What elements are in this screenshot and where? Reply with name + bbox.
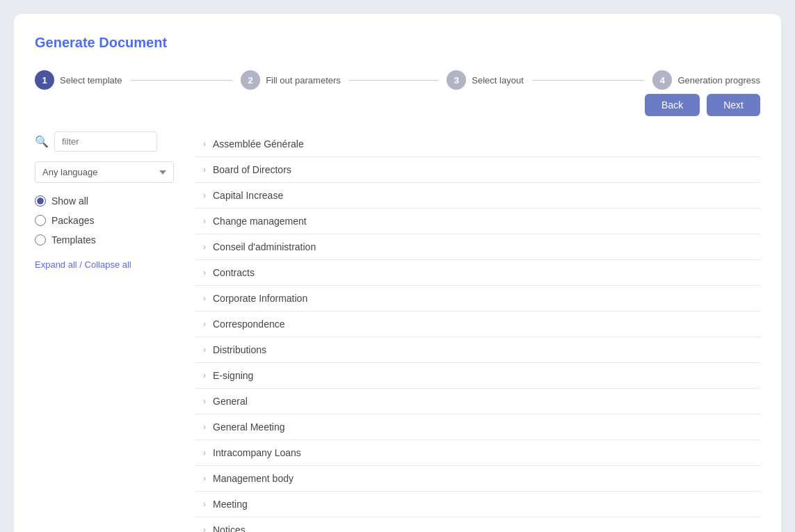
chevron-right-icon: ›	[203, 319, 206, 329]
category-label: Contracts	[213, 267, 255, 278]
category-label: Management body	[213, 473, 294, 484]
category-label: Intracompany Loans	[213, 447, 301, 458]
chevron-right-icon: ›	[203, 396, 206, 406]
chevron-right-icon: ›	[203, 499, 206, 509]
list-item[interactable]: ›Notices	[195, 517, 760, 532]
step-2-line	[349, 80, 439, 81]
step-2-circle: 2	[241, 70, 260, 90]
expand-collapse-link[interactable]: Expand all / Collapse all	[35, 259, 131, 270]
language-select[interactable]: Any language	[35, 161, 174, 183]
list-item[interactable]: ›E-signing	[195, 363, 760, 389]
search-icon: 🔍	[35, 135, 49, 148]
chevron-right-icon: ›	[203, 371, 206, 380]
category-label: General	[213, 396, 248, 407]
list-item[interactable]: ›Change management	[195, 209, 760, 234]
list-item[interactable]: ›Distributions	[195, 337, 760, 363]
list-item[interactable]: ›Intracompany Loans	[195, 440, 760, 466]
list-item[interactable]: ›Assemblée Générale	[195, 131, 760, 157]
main-card: Generate Document 1 Select template 2 Fi…	[14, 14, 781, 532]
sidebar: 🔍 Any language Show all Packages Templat…	[35, 131, 174, 532]
list-item[interactable]: ›General	[195, 389, 760, 414]
chevron-right-icon: ›	[203, 448, 206, 458]
chevron-right-icon: ›	[203, 216, 206, 226]
back-button[interactable]: Back	[645, 94, 700, 116]
step-2-label: Fill out parameters	[266, 75, 341, 86]
chevron-right-icon: ›	[203, 242, 206, 252]
radio-group: Show all Packages Templates	[35, 195, 174, 245]
radio-templates-label: Templates	[51, 234, 96, 245]
step-1: 1 Select template	[35, 70, 241, 90]
category-label: E-signing	[213, 370, 253, 381]
radio-show-all[interactable]: Show all	[35, 195, 174, 207]
radio-packages-input[interactable]	[35, 215, 46, 226]
step-4-circle: 4	[652, 70, 672, 90]
radio-show-all-input[interactable]	[35, 195, 46, 207]
list-item[interactable]: ›Capital Increase	[195, 183, 760, 209]
list-item[interactable]: ›Correspondence	[195, 312, 760, 337]
category-label: Change management	[213, 216, 307, 227]
category-list: ›Assemblée Générale›Board of Directors›C…	[195, 131, 760, 532]
category-label: Correspondence	[213, 319, 285, 330]
category-label: Assemblée Générale	[213, 138, 304, 150]
category-label: Meeting	[213, 499, 248, 510]
chevron-right-icon: ›	[203, 191, 206, 200]
step-1-line	[131, 80, 233, 81]
chevron-right-icon: ›	[203, 422, 206, 432]
list-item[interactable]: ›General Meeting	[195, 414, 760, 440]
stepper: 1 Select template 2 Fill out parameters …	[35, 70, 760, 90]
category-label: Board of Directors	[213, 164, 291, 175]
step-3-circle: 3	[447, 70, 466, 90]
step-2: 2 Fill out parameters	[241, 70, 447, 90]
category-label: Notices	[213, 524, 246, 532]
chevron-right-icon: ›	[203, 474, 206, 483]
step-3: 3 Select layout	[447, 70, 652, 90]
list-item[interactable]: ›Board of Directors	[195, 157, 760, 183]
list-item[interactable]: ›Conseil d'administration	[195, 234, 760, 260]
search-input[interactable]	[54, 131, 157, 152]
chevron-right-icon: ›	[203, 165, 206, 175]
list-item[interactable]: ›Corporate Information	[195, 286, 760, 312]
search-box: 🔍	[35, 131, 174, 152]
category-label: Conseil d'administration	[213, 241, 316, 252]
radio-show-all-label: Show all	[51, 195, 88, 207]
step-3-line	[532, 80, 645, 81]
top-actions: Back Next	[645, 94, 760, 116]
chevron-right-icon: ›	[203, 345, 206, 355]
category-label: Corporate Information	[213, 293, 307, 304]
chevron-right-icon: ›	[203, 525, 206, 532]
step-1-label: Select template	[60, 75, 122, 86]
radio-templates-input[interactable]	[35, 234, 46, 245]
radio-packages[interactable]: Packages	[35, 215, 174, 226]
next-button[interactable]: Next	[707, 94, 760, 116]
step-1-circle: 1	[35, 70, 54, 90]
radio-packages-label: Packages	[51, 215, 94, 226]
category-label: Distributions	[213, 344, 266, 355]
category-label: Capital Increase	[213, 190, 283, 201]
step-4-label: Generation progress	[677, 75, 760, 86]
main-content: 🔍 Any language Show all Packages Templat…	[35, 131, 760, 532]
step-3-label: Select layout	[472, 75, 523, 86]
step-4: 4 Generation progress	[652, 70, 760, 90]
list-item[interactable]: ›Meeting	[195, 492, 760, 517]
category-label: General Meeting	[213, 421, 285, 433]
chevron-right-icon: ›	[203, 139, 206, 149]
list-item[interactable]: ›Contracts	[195, 260, 760, 286]
page-title: Generate Document	[35, 35, 760, 51]
chevron-right-icon: ›	[203, 268, 206, 277]
radio-templates[interactable]: Templates	[35, 234, 174, 245]
chevron-right-icon: ›	[203, 293, 206, 303]
list-item[interactable]: ›Management body	[195, 466, 760, 492]
